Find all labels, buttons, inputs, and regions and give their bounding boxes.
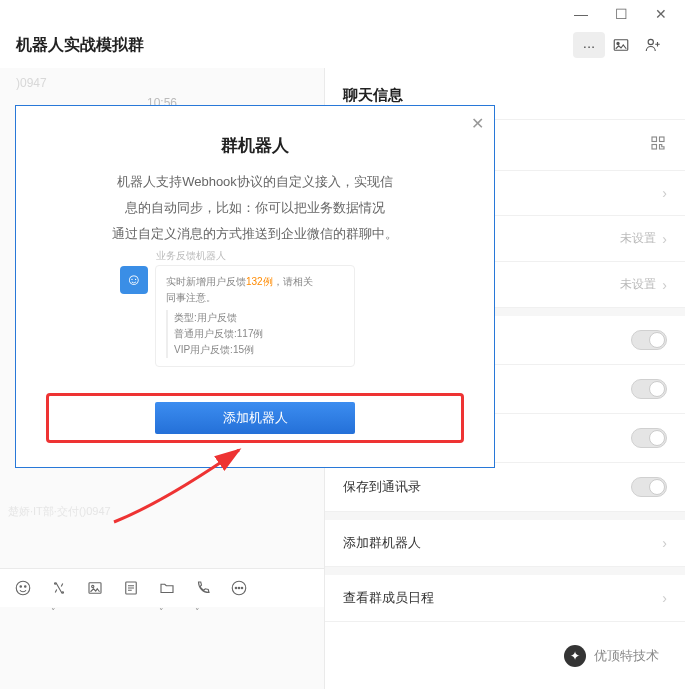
svg-point-13 [238, 587, 240, 589]
svg-rect-16 [660, 137, 665, 142]
row-label: 添加群机器人 [343, 534, 421, 552]
svg-point-7 [62, 592, 64, 594]
svg-rect-15 [652, 137, 657, 142]
svg-point-6 [55, 583, 57, 585]
highlight-count: 132例 [246, 276, 273, 287]
chat-header: 机器人实战模拟群 ··· [0, 28, 685, 68]
highlighted-button-frame: 添加机器人 [46, 393, 464, 443]
chevron-right-icon: › [662, 535, 667, 551]
example-line: 同事注意。 [166, 290, 344, 306]
pin-toggle[interactable] [631, 428, 667, 448]
wechat-icon: ✦ [564, 645, 586, 667]
window-minimize[interactable]: — [561, 0, 601, 28]
image-icon[interactable] [86, 579, 104, 597]
header-actions: ··· [573, 32, 669, 58]
watermark-text: )0947 [16, 76, 47, 90]
window-close[interactable]: ✕ [641, 0, 681, 28]
toggle-switch[interactable] [631, 330, 667, 350]
row-label: 保存到通讯录 [343, 478, 421, 496]
svg-rect-17 [652, 145, 657, 150]
unset-value: 未设置 [620, 230, 656, 247]
chevron-right-icon: › [662, 231, 667, 247]
folder-icon[interactable]: ˅ [158, 579, 176, 597]
svg-point-14 [241, 587, 243, 589]
panel-row-schedule[interactable]: 查看群成员日程› [325, 575, 685, 622]
unset-value: 未设置 [620, 276, 656, 293]
source-attribution: ✦ 优顶特技术 [564, 645, 659, 667]
save-toggle[interactable] [631, 477, 667, 497]
svg-point-9 [92, 585, 94, 587]
more-icon[interactable] [230, 579, 248, 597]
svg-point-2 [648, 39, 653, 44]
svg-point-12 [235, 587, 237, 589]
watermark-footer: 楚娇·IT部·交付()0947 [8, 504, 111, 519]
source-text: 优顶特技术 [594, 647, 659, 665]
dialog-description: 机器人支持Webhook协议的自定义接入，实现信 息的自动同步，比如：你可以把业… [46, 169, 464, 247]
bot-name-label: 业务反馈机器人 [156, 248, 226, 264]
mute-toggle[interactable] [631, 379, 667, 399]
svg-point-5 [25, 586, 27, 588]
dialog-title: 群机器人 [46, 134, 464, 157]
chat-title: 机器人实战模拟群 [16, 35, 144, 56]
chevron-right-icon: › [662, 590, 667, 606]
example-detail-line: VIP用户反馈:15例 [174, 342, 344, 358]
chevron-right-icon: › [662, 277, 667, 293]
example-message-card: ☺ 业务反馈机器人 实时新增用户反馈132例，请相关 同事注意。 类型:用户反馈… [155, 265, 355, 367]
desc-line: 息的自动同步，比如：你可以把业务数据情况 [46, 195, 464, 221]
docs-button[interactable] [605, 32, 637, 58]
dialog-close-icon[interactable]: ✕ [471, 114, 484, 133]
add-member-button[interactable] [637, 32, 669, 58]
desc-line: 机器人支持Webhook协议的自定义接入，实现信 [46, 169, 464, 195]
example-detail-line: 类型:用户反馈 [174, 310, 344, 326]
add-bot-dialog: ✕ 群机器人 机器人支持Webhook协议的自定义接入，实现信 息的自动同步，比… [15, 105, 495, 468]
emoji-icon[interactable] [14, 579, 32, 597]
more-menu-button[interactable]: ··· [573, 32, 605, 58]
panel-row-add-bot[interactable]: 添加群机器人› [325, 520, 685, 567]
qr-icon [649, 134, 667, 156]
window-maximize[interactable]: ☐ [601, 0, 641, 28]
window-titlebar: — ☐ ✕ [0, 0, 685, 28]
call-icon[interactable]: ˅ [194, 579, 212, 597]
example-line: 实时新增用户反馈132例，请相关 [166, 274, 344, 290]
row-label: 查看群成员日程 [343, 589, 434, 607]
svg-point-1 [617, 42, 619, 44]
note-icon[interactable] [122, 579, 140, 597]
example-details: 类型:用户反馈 普通用户反馈:117例 VIP用户反馈:15例 [166, 310, 344, 358]
bot-avatar-icon: ☺ [120, 266, 148, 294]
example-detail-line: 普通用户反馈:117例 [174, 326, 344, 342]
svg-point-4 [20, 586, 22, 588]
svg-point-3 [16, 581, 30, 595]
screenshot-icon[interactable]: ˅ [50, 579, 68, 597]
panel-row-save: 保存到通讯录 [325, 463, 685, 512]
chevron-right-icon: › [662, 185, 667, 201]
desc-line: 通过自定义消息的方式推送到企业微信的群聊中。 [46, 221, 464, 247]
composer-toolbar: ˅ ˅ ˅ [0, 568, 324, 607]
add-bot-button[interactable]: 添加机器人 [155, 402, 355, 434]
